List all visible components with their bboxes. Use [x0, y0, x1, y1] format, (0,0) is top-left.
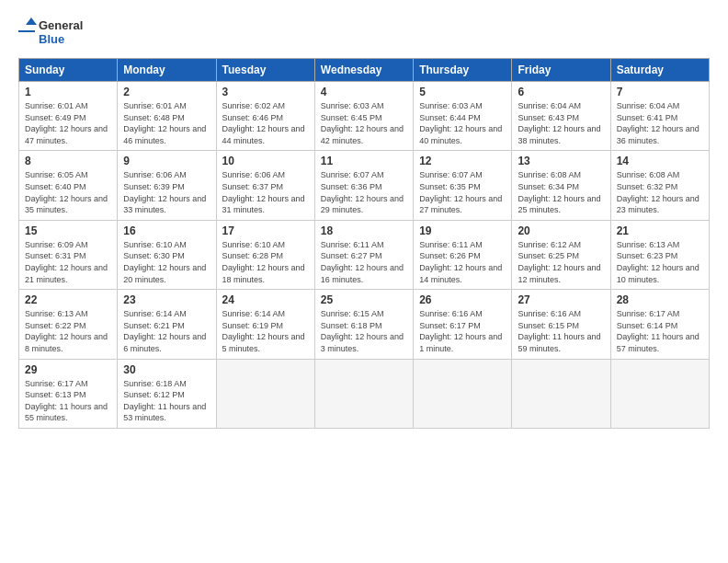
- calendar-cell: 23Sunrise: 6:14 AMSunset: 6:21 PMDayligh…: [118, 290, 216, 359]
- day-number: 1: [25, 86, 111, 98]
- calendar-cell: 30Sunrise: 6:18 AMSunset: 6:12 PMDayligh…: [118, 359, 216, 428]
- cell-info: Sunrise: 6:14 AMSunset: 6:21 PMDaylight:…: [123, 309, 206, 353]
- calendar-cell: 10Sunrise: 6:06 AMSunset: 6:37 PMDayligh…: [216, 151, 314, 220]
- day-number: 13: [518, 155, 604, 167]
- cell-info: Sunrise: 6:13 AMSunset: 6:22 PMDaylight:…: [25, 309, 108, 353]
- day-number: 19: [419, 224, 506, 237]
- day-number: 9: [123, 155, 210, 167]
- cell-info: Sunrise: 6:15 AMSunset: 6:18 PMDaylight:…: [321, 309, 404, 353]
- calendar-cell: 16Sunrise: 6:10 AMSunset: 6:30 PMDayligh…: [118, 220, 216, 289]
- col-header-saturday: Saturday: [610, 59, 709, 82]
- week-row-4: 22Sunrise: 6:13 AMSunset: 6:22 PMDayligh…: [19, 290, 710, 359]
- calendar-table: SundayMondayTuesdayWednesdayThursdayFrid…: [18, 58, 710, 429]
- cell-info: Sunrise: 6:08 AMSunset: 6:34 PMDaylight:…: [518, 170, 600, 214]
- cell-info: Sunrise: 6:13 AMSunset: 6:23 PMDaylight:…: [617, 240, 700, 284]
- cell-info: Sunrise: 6:10 AMSunset: 6:28 PMDaylight:…: [222, 240, 305, 284]
- col-header-monday: Monday: [118, 59, 216, 82]
- col-header-tuesday: Tuesday: [216, 59, 314, 82]
- day-number: 3: [222, 86, 309, 98]
- calendar-cell: 13Sunrise: 6:08 AMSunset: 6:34 PMDayligh…: [512, 151, 610, 220]
- calendar-cell: 8Sunrise: 6:05 AMSunset: 6:40 PMDaylight…: [19, 151, 118, 220]
- cell-info: Sunrise: 6:02 AMSunset: 6:46 PMDaylight:…: [222, 101, 305, 145]
- cell-info: Sunrise: 6:09 AMSunset: 6:31 PMDaylight:…: [25, 240, 108, 284]
- day-number: 20: [518, 224, 604, 237]
- calendar-cell: 14Sunrise: 6:08 AMSunset: 6:32 PMDayligh…: [610, 151, 709, 220]
- day-number: 17: [222, 224, 309, 237]
- calendar-cell: 6Sunrise: 6:04 AMSunset: 6:43 PMDaylight…: [512, 82, 610, 151]
- cell-info: Sunrise: 6:03 AMSunset: 6:44 PMDaylight:…: [419, 101, 502, 145]
- day-number: 30: [123, 363, 210, 376]
- day-number: 22: [25, 293, 111, 306]
- calendar-cell: 2Sunrise: 6:01 AMSunset: 6:48 PMDaylight…: [118, 82, 216, 151]
- calendar-cell: 15Sunrise: 6:09 AMSunset: 6:31 PMDayligh…: [19, 220, 118, 289]
- calendar-cell: 21Sunrise: 6:13 AMSunset: 6:23 PMDayligh…: [610, 220, 709, 289]
- calendar-cell: 17Sunrise: 6:10 AMSunset: 6:28 PMDayligh…: [216, 220, 314, 289]
- day-number: 27: [518, 293, 604, 306]
- cell-info: Sunrise: 6:07 AMSunset: 6:35 PMDaylight:…: [419, 170, 502, 214]
- cell-info: Sunrise: 6:17 AMSunset: 6:13 PMDaylight:…: [25, 379, 108, 423]
- day-number: 12: [419, 155, 506, 167]
- cell-info: Sunrise: 6:11 AMSunset: 6:27 PMDaylight:…: [321, 240, 404, 284]
- day-number: 8: [25, 155, 111, 167]
- page: General Blue SundayMondayTuesdayWednesda…: [0, 0, 728, 563]
- calendar-cell: 9Sunrise: 6:06 AMSunset: 6:39 PMDaylight…: [118, 151, 216, 220]
- col-header-thursday: Thursday: [414, 59, 512, 82]
- day-number: 15: [25, 224, 111, 237]
- cell-info: Sunrise: 6:16 AMSunset: 6:15 PMDaylight:…: [518, 309, 600, 353]
- cell-info: Sunrise: 6:03 AMSunset: 6:45 PMDaylight:…: [321, 101, 404, 145]
- calendar-cell: 1Sunrise: 6:01 AMSunset: 6:49 PMDaylight…: [19, 82, 118, 151]
- calendar-cell: [216, 359, 314, 428]
- day-number: 28: [617, 293, 703, 306]
- cell-info: Sunrise: 6:16 AMSunset: 6:17 PMDaylight:…: [419, 309, 502, 353]
- cell-info: Sunrise: 6:05 AMSunset: 6:40 PMDaylight:…: [25, 170, 108, 214]
- day-number: 2: [123, 86, 210, 98]
- calendar-cell: 27Sunrise: 6:16 AMSunset: 6:15 PMDayligh…: [512, 290, 610, 359]
- day-number: 26: [419, 293, 506, 306]
- svg-marker-2: [26, 17, 37, 25]
- svg-rect-3: [18, 30, 35, 32]
- day-number: 14: [617, 155, 703, 167]
- week-row-5: 29Sunrise: 6:17 AMSunset: 6:13 PMDayligh…: [19, 359, 710, 428]
- cell-info: Sunrise: 6:06 AMSunset: 6:39 PMDaylight:…: [123, 170, 206, 214]
- calendar-cell: [610, 359, 709, 428]
- col-header-sunday: Sunday: [19, 59, 118, 82]
- calendar-cell: 19Sunrise: 6:11 AMSunset: 6:26 PMDayligh…: [414, 220, 512, 289]
- cell-info: Sunrise: 6:08 AMSunset: 6:32 PMDaylight:…: [617, 170, 700, 214]
- cell-info: Sunrise: 6:01 AMSunset: 6:48 PMDaylight:…: [123, 101, 206, 145]
- header: General Blue: [18, 14, 710, 49]
- logo-svg: General Blue: [18, 14, 101, 49]
- cell-info: Sunrise: 6:07 AMSunset: 6:36 PMDaylight:…: [321, 170, 404, 214]
- cell-info: Sunrise: 6:01 AMSunset: 6:49 PMDaylight:…: [25, 101, 108, 145]
- calendar-cell: 11Sunrise: 6:07 AMSunset: 6:36 PMDayligh…: [314, 151, 413, 220]
- week-row-2: 8Sunrise: 6:05 AMSunset: 6:40 PMDaylight…: [19, 151, 710, 220]
- calendar-cell: 20Sunrise: 6:12 AMSunset: 6:25 PMDayligh…: [512, 220, 610, 289]
- cell-info: Sunrise: 6:04 AMSunset: 6:43 PMDaylight:…: [518, 101, 600, 145]
- day-number: 10: [222, 155, 309, 167]
- day-number: 7: [617, 86, 703, 98]
- calendar-cell: [512, 359, 610, 428]
- day-number: 4: [321, 86, 407, 98]
- day-number: 18: [321, 224, 407, 237]
- logo: General Blue: [18, 14, 101, 49]
- cell-info: Sunrise: 6:18 AMSunset: 6:12 PMDaylight:…: [123, 379, 206, 423]
- calendar-cell: 12Sunrise: 6:07 AMSunset: 6:35 PMDayligh…: [414, 151, 512, 220]
- cell-info: Sunrise: 6:14 AMSunset: 6:19 PMDaylight:…: [222, 309, 305, 353]
- calendar-cell: 3Sunrise: 6:02 AMSunset: 6:46 PMDaylight…: [216, 82, 314, 151]
- calendar-cell: 22Sunrise: 6:13 AMSunset: 6:22 PMDayligh…: [19, 290, 118, 359]
- calendar-cell: 28Sunrise: 6:17 AMSunset: 6:14 PMDayligh…: [610, 290, 709, 359]
- calendar-cell: 5Sunrise: 6:03 AMSunset: 6:44 PMDaylight…: [414, 82, 512, 151]
- day-number: 23: [123, 293, 210, 306]
- svg-text:Blue: Blue: [39, 32, 64, 46]
- calendar-cell: 7Sunrise: 6:04 AMSunset: 6:41 PMDaylight…: [610, 82, 709, 151]
- calendar-cell: 29Sunrise: 6:17 AMSunset: 6:13 PMDayligh…: [19, 359, 118, 428]
- calendar-cell: 24Sunrise: 6:14 AMSunset: 6:19 PMDayligh…: [216, 290, 314, 359]
- week-row-3: 15Sunrise: 6:09 AMSunset: 6:31 PMDayligh…: [19, 220, 710, 289]
- header-row: SundayMondayTuesdayWednesdayThursdayFrid…: [19, 59, 710, 82]
- cell-info: Sunrise: 6:12 AMSunset: 6:25 PMDaylight:…: [518, 240, 600, 284]
- calendar-cell: [314, 359, 413, 428]
- day-number: 21: [617, 224, 703, 237]
- cell-info: Sunrise: 6:04 AMSunset: 6:41 PMDaylight:…: [617, 101, 700, 145]
- calendar-cell: [414, 359, 512, 428]
- cell-info: Sunrise: 6:11 AMSunset: 6:26 PMDaylight:…: [419, 240, 502, 284]
- calendar-cell: 26Sunrise: 6:16 AMSunset: 6:17 PMDayligh…: [414, 290, 512, 359]
